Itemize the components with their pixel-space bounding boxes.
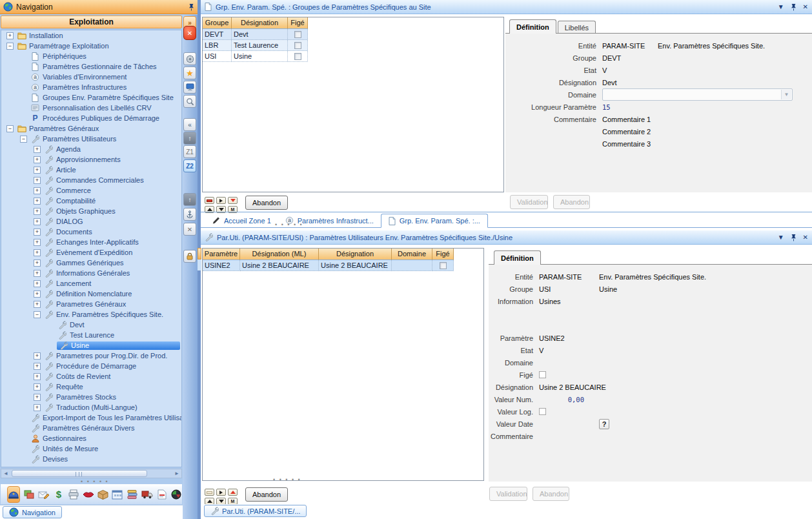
checkbox[interactable]: [294, 53, 301, 60]
tree-item[interactable]: aParamètres Infrastructures: [1, 82, 181, 92]
tree-item[interactable]: +Traduction (Multi-Langue): [1, 402, 181, 412]
table-row[interactable]: DEVTDevt: [203, 29, 503, 40]
tree-item[interactable]: +Requête: [1, 382, 181, 392]
abandon-button[interactable]: Abandon: [245, 196, 288, 210]
arrow-up-1-button[interactable]: ↑: [183, 132, 196, 145]
splitter-grip[interactable]: • • • • •: [275, 223, 303, 227]
column-header[interactable]: Figé: [432, 249, 454, 260]
table-row[interactable]: USINE2Usine 2 BEAUCAIREUsine 2 BEAUCAIRE: [203, 260, 483, 271]
panel-menu-icon[interactable]: ▼: [778, 234, 784, 241]
zone-1-button[interactable]: Z1: [183, 145, 196, 158]
tab-libellés[interactable]: Libellés: [558, 21, 596, 34]
valeur-log-checkbox[interactable]: [539, 408, 546, 415]
chevron-left-double-button[interactable]: «: [183, 118, 196, 131]
tree-expander-plus[interactable]: +: [34, 383, 41, 391]
favorites-star-button[interactable]: ★: [183, 66, 196, 79]
tree-item[interactable]: Gestionnaires: [1, 433, 181, 443]
record-nav-blank-bar-button[interactable]: [205, 489, 214, 496]
tree-expander-plus[interactable]: +: [34, 363, 41, 370]
module-truck-button[interactable]: [141, 486, 153, 503]
table-row[interactable]: LBRTest Laurence: [203, 40, 503, 51]
scroll-right-arrow-icon[interactable]: ►: [172, 469, 181, 478]
record-nav-red-arrow-down-button[interactable]: [228, 197, 238, 204]
tree-item[interactable]: +Echanges Inter-Applicatifs: [1, 237, 181, 247]
module-lips-button[interactable]: [83, 486, 94, 503]
checkbox[interactable]: [294, 31, 301, 38]
panel-menu-icon[interactable]: ▼: [778, 3, 784, 11]
tree-item[interactable]: −Paramètres Généraux: [1, 123, 181, 134]
tree-item[interactable]: Paramètres Généraux Divers: [1, 423, 181, 433]
tree-item[interactable]: aVariables d'Environnement: [1, 72, 181, 82]
tree-item[interactable]: +Gammes Génériques: [1, 258, 181, 268]
column-header[interactable]: Désignation: [232, 17, 288, 29]
column-header[interactable]: Groupe: [203, 17, 232, 29]
module-globe-dark-button[interactable]: [170, 486, 182, 503]
fige-checkbox[interactable]: [539, 371, 546, 378]
tree-expander-plus[interactable]: +: [34, 249, 41, 256]
tree-expander-plus[interactable]: +: [34, 229, 41, 236]
tree-expander-plus[interactable]: +: [34, 280, 41, 287]
tree-expander-minus[interactable]: −: [20, 136, 27, 143]
tree-item[interactable]: +Lancement: [1, 278, 181, 289]
module-photos-button[interactable]: [23, 486, 35, 503]
validation-button[interactable]: Validation: [489, 487, 527, 501]
tree-expander-plus[interactable]: +: [34, 373, 41, 380]
module-mail-pen-button[interactable]: [38, 486, 50, 503]
tree-expander-plus[interactable]: +: [6, 32, 14, 39]
tree-item[interactable]: +Parametres Généraux: [1, 299, 181, 309]
tree-item[interactable]: +Evènement d'Expédition: [1, 247, 181, 258]
tree-item[interactable]: +Commandes Commerciales: [1, 175, 181, 185]
close-icon[interactable]: ✕: [803, 3, 808, 11]
tree-expander-plus[interactable]: +: [34, 270, 41, 277]
tree-item[interactable]: PProcédures Publiques de Démarrage: [1, 113, 181, 123]
tree-expander-minus[interactable]: −: [6, 43, 14, 50]
tree-item[interactable]: +Parametres pour Prog.Dir. de Prod.: [1, 351, 181, 361]
tree-item[interactable]: +Agenda: [1, 144, 181, 154]
column-header[interactable]: Paramètre: [203, 249, 240, 260]
zone-header[interactable]: Exploitation: [1, 15, 182, 28]
tree-item[interactable]: Devt: [1, 320, 181, 330]
scrollbar-thumb[interactable]: [12, 470, 147, 477]
table-row[interactable]: USIUsine: [203, 51, 503, 62]
module-folders-button[interactable]: [127, 486, 138, 503]
tree-expander-plus[interactable]: +: [34, 177, 41, 184]
abandon-button[interactable]: Abandon: [245, 487, 288, 502]
module-document-red-button[interactable]: [156, 486, 168, 503]
tree-item[interactable]: +Informations Générales: [1, 268, 181, 278]
tree-item[interactable]: +Article: [1, 165, 181, 175]
tree-item[interactable]: −Paramétrage Exploitation: [1, 41, 181, 51]
tree-expander-plus[interactable]: +: [34, 404, 41, 411]
abandon-button-form[interactable]: Abandon: [533, 487, 569, 501]
tab-définition[interactable]: Définition: [494, 250, 541, 265]
tree-item[interactable]: +Paramètres Stocks: [1, 392, 181, 402]
pin-icon[interactable]: [791, 3, 797, 11]
tree-item[interactable]: +Comptabilité: [1, 196, 181, 206]
tree-expander-plus[interactable]: +: [34, 208, 41, 215]
tree-item[interactable]: Export-Import de Tous les Paramètres Uti…: [1, 412, 181, 423]
column-header[interactable]: Désignation: [319, 249, 392, 260]
tree-item[interactable]: −Env. Paramètres Spécifiques Site.: [1, 309, 181, 320]
tree-expander-plus[interactable]: +: [34, 290, 41, 298]
pin-icon[interactable]: [791, 234, 797, 241]
tree-item[interactable]: Groupes Env. Paramètre Spécifiques Site: [1, 92, 181, 103]
tree-item[interactable]: +Approvisionnements: [1, 154, 181, 165]
tree-item[interactable]: Unités de Mesure: [1, 443, 181, 454]
tree-item[interactable]: +Procédure de Démarrage: [1, 361, 181, 371]
record-nav-arrow-right-button[interactable]: [216, 489, 226, 496]
tree-item[interactable]: −Paramètres Utilisateurs: [1, 134, 181, 144]
zone-2-button[interactable]: Z2: [183, 159, 196, 172]
splitter-grip[interactable]: • • • • •: [81, 480, 109, 483]
scroll-left-arrow-icon[interactable]: ◄: [1, 469, 10, 478]
tree-item[interactable]: +Installation: [1, 30, 181, 41]
search-button[interactable]: [183, 95, 196, 108]
doc-tab[interactable]: Accueil Zone 1: [205, 214, 278, 227]
tree-expander-plus[interactable]: +: [34, 167, 41, 174]
column-header[interactable]: Domaine: [392, 249, 432, 260]
tree-item-selected[interactable]: Usine: [57, 341, 180, 350]
tree-expander-plus[interactable]: +: [34, 260, 41, 267]
close-red-button[interactable]: ✕: [183, 26, 196, 40]
tree-expander-plus[interactable]: +: [34, 239, 41, 246]
tree-expander-plus[interactable]: +: [34, 146, 41, 153]
tab-définition[interactable]: Définition: [509, 19, 556, 34]
tree-item[interactable]: Test Laurence: [1, 330, 181, 340]
